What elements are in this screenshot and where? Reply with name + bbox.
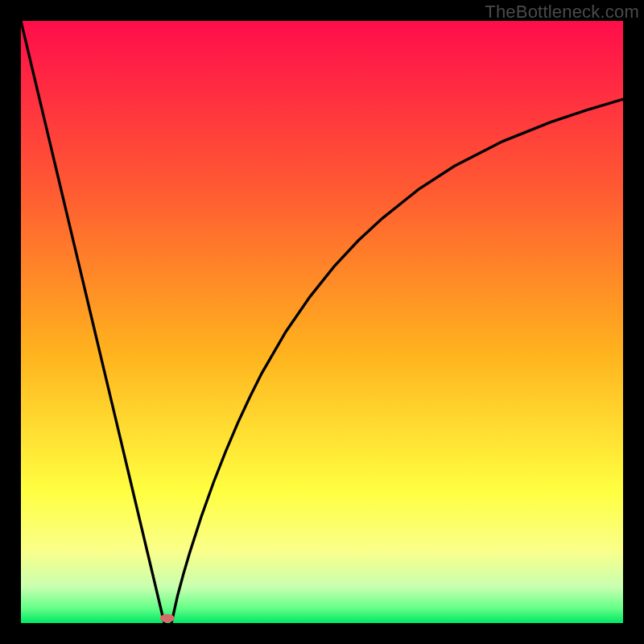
watermark-text: TheBottleneck.com [485, 2, 639, 23]
chart-svg [21, 21, 623, 623]
chart-frame [21, 21, 623, 623]
optimum-marker [160, 614, 175, 622]
chart-background [21, 21, 623, 623]
